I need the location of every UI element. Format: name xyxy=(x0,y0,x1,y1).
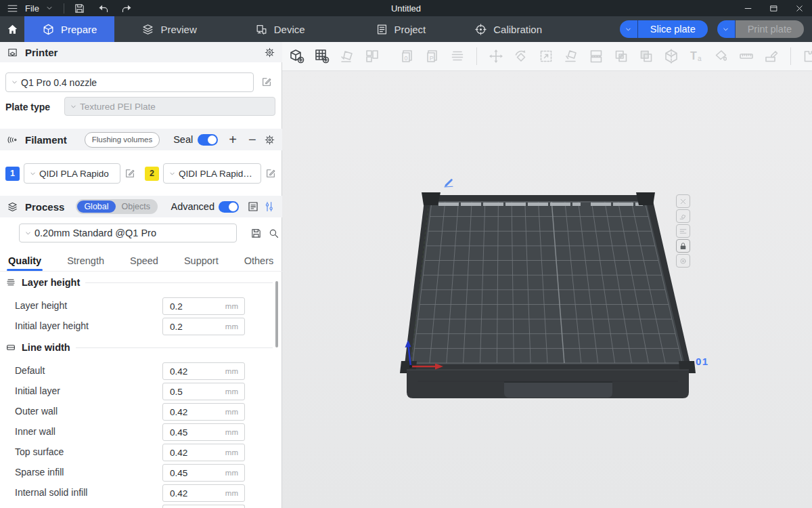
tab-speed[interactable]: Speed xyxy=(130,255,158,266)
flushing-volumes-button[interactable]: Flushing volumes xyxy=(85,132,160,148)
home-button[interactable] xyxy=(0,16,24,42)
process-scope-segment: Global Objects xyxy=(76,199,158,214)
tab-preview[interactable]: Preview xyxy=(124,16,214,42)
device-icon xyxy=(255,23,268,36)
layer-height-input[interactable]: mm xyxy=(162,297,245,315)
maximize-button[interactable] xyxy=(761,0,786,16)
hamburger-menu-icon[interactable] xyxy=(7,3,18,14)
add-plate-icon[interactable] xyxy=(314,48,330,64)
tab-project[interactable]: Project xyxy=(358,16,444,42)
preview-icon xyxy=(141,23,154,36)
text-tool-icon xyxy=(688,48,704,64)
close-button[interactable] xyxy=(786,0,812,16)
sidebar: Printer Q1 Pro 0.4 nozzle Plate type Tex… xyxy=(0,42,282,508)
filament-2-badge[interactable]: 2 xyxy=(145,167,159,181)
filament-1-badge[interactable]: 1 xyxy=(5,167,20,181)
setting-row: Layer height mm xyxy=(0,297,282,316)
boolean-union-icon xyxy=(613,48,629,64)
filament-2-edit-icon[interactable] xyxy=(265,168,276,179)
arrange-plate-icon[interactable] xyxy=(676,224,690,238)
filament-1-select[interactable]: QIDI PLA Rapido xyxy=(24,163,120,184)
printer-section-title: Printer xyxy=(25,47,58,58)
printer-edit-icon[interactable] xyxy=(261,77,272,87)
cut-icon xyxy=(663,48,679,64)
initial-layer-line-width-input[interactable]: mm xyxy=(162,383,245,400)
tab-device[interactable]: Device xyxy=(238,16,323,42)
redo-icon[interactable] xyxy=(121,3,133,14)
setting-row: Initial layer mm xyxy=(0,383,282,401)
process-section-title: Process xyxy=(25,201,64,213)
scope-objects-button[interactable]: Objects xyxy=(116,202,156,211)
z-axis xyxy=(409,346,411,366)
parameter-tune-icon[interactable] xyxy=(263,200,275,213)
orient-plate-icon[interactable] xyxy=(676,209,690,223)
tab-prepare[interactable]: Prepare xyxy=(24,16,114,42)
advanced-toggle[interactable] xyxy=(219,201,239,213)
file-menu[interactable]: File xyxy=(25,3,39,14)
undo-icon[interactable] xyxy=(97,3,109,14)
printer-preset-select[interactable]: Q1 Pro 0.4 nozzle xyxy=(5,72,254,92)
outer-wall-line-width-input[interactable]: mm xyxy=(162,403,245,421)
toolbar-divider xyxy=(790,47,791,65)
process-layers-icon xyxy=(7,201,18,213)
print-options-chevron-icon[interactable] xyxy=(717,20,736,38)
chevron-down-icon xyxy=(24,229,32,238)
sparse-infill-line-width-input[interactable]: mm xyxy=(162,464,245,482)
tab-strength[interactable]: Strength xyxy=(67,255,104,266)
seal-toggle[interactable] xyxy=(198,134,218,146)
printer-settings-gear-icon[interactable] xyxy=(264,47,275,58)
internal-solid-infill-line-width-input[interactable]: mm xyxy=(162,484,245,502)
viewport-3d[interactable]: 01 xyxy=(282,71,812,508)
split-icon xyxy=(588,48,604,64)
line-width-icon xyxy=(5,342,16,353)
process-preset-select[interactable]: 0.20mm Standard @Q1 Pro xyxy=(19,224,237,242)
filament-settings-gear-icon[interactable] xyxy=(264,134,275,146)
print-plate-button[interactable]: Print plate xyxy=(717,20,804,38)
setting-row: Top surface mm xyxy=(0,444,282,462)
arrange-icon xyxy=(364,48,380,64)
add-object-icon[interactable] xyxy=(289,48,305,64)
plate-settings-icon[interactable] xyxy=(676,254,690,268)
add-filament-button[interactable]: + xyxy=(229,133,237,146)
plate-type-select[interactable]: Textured PEI Plate xyxy=(64,97,275,116)
save-icon[interactable] xyxy=(74,3,85,14)
file-menu-chevron-icon[interactable] xyxy=(45,3,54,13)
slice-options-chevron-icon[interactable] xyxy=(620,20,638,38)
inner-wall-line-width-input[interactable]: mm xyxy=(162,423,245,441)
search-settings-icon[interactable] xyxy=(268,228,279,239)
filament-1-edit-icon[interactable] xyxy=(125,168,135,179)
chevron-down-icon xyxy=(168,169,177,178)
scope-global-button[interactable]: Global xyxy=(77,200,115,213)
remove-filament-button[interactable]: − xyxy=(248,133,256,146)
slice-plate-button[interactable]: Slice plate xyxy=(620,20,708,38)
save-preset-icon[interactable] xyxy=(250,228,262,239)
top-surface-line-width-input[interactable]: mm xyxy=(162,444,245,461)
initial-layer-height-input[interactable]: mm xyxy=(162,318,245,335)
filament-2-select[interactable]: QIDI PLA Rapido M... xyxy=(163,163,261,184)
tab-support[interactable]: Support xyxy=(184,255,219,266)
tab-quality[interactable]: Quality xyxy=(8,255,41,266)
chevron-down-icon xyxy=(10,78,19,87)
move-icon xyxy=(488,48,504,64)
plate-handle xyxy=(504,382,612,398)
plate-name-edit-icon[interactable] xyxy=(443,177,455,189)
chevron-down-icon xyxy=(28,169,37,178)
default-line-width-input[interactable]: mm xyxy=(162,362,245,380)
lay-on-face-icon xyxy=(563,48,579,64)
scale-icon xyxy=(538,48,554,64)
lock-plate-icon[interactable] xyxy=(676,239,690,253)
printer-section-header: Printer xyxy=(0,42,282,62)
plate-number-label: 01 xyxy=(696,356,709,367)
build-plate-surface xyxy=(410,201,685,364)
boolean-difference-icon xyxy=(638,48,654,64)
sidebar-scrollbar[interactable] xyxy=(275,281,278,347)
build-plate-frame xyxy=(404,195,692,370)
build-plate[interactable] xyxy=(282,71,812,508)
minimize-button[interactable] xyxy=(735,0,761,16)
tab-calibration[interactable]: Calibration xyxy=(457,16,560,42)
delete-plate-icon[interactable] xyxy=(676,194,690,208)
parameter-list-icon[interactable] xyxy=(247,200,259,213)
chevron-down-icon xyxy=(69,102,78,111)
tab-others[interactable]: Others xyxy=(244,255,274,266)
titlebar-divider xyxy=(64,3,64,14)
